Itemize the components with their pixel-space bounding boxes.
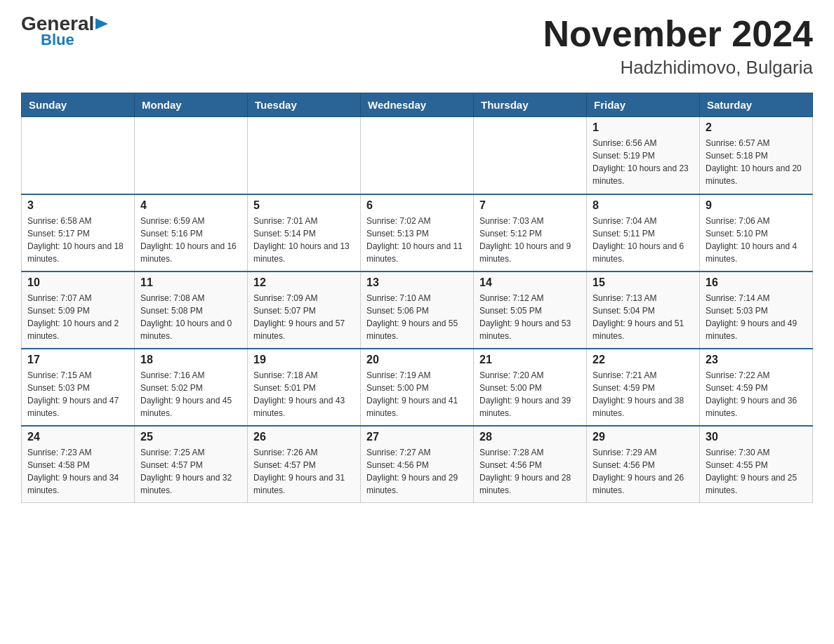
logo-blue-text: Blue xyxy=(41,31,74,49)
day-info: Sunrise: 7:16 AMSunset: 5:02 PMDaylight:… xyxy=(140,369,241,420)
col-tuesday: Tuesday xyxy=(248,93,361,117)
day-number: 11 xyxy=(140,276,241,289)
calendar-subtitle: Hadzhidimovo, Bulgaria xyxy=(543,57,813,79)
table-row: 16Sunrise: 7:14 AMSunset: 5:03 PMDayligh… xyxy=(700,271,813,349)
day-number: 2 xyxy=(706,121,807,134)
col-sunday: Sunday xyxy=(22,93,135,117)
table-row: 20Sunrise: 7:19 AMSunset: 5:00 PMDayligh… xyxy=(361,349,474,426)
table-row: 17Sunrise: 7:15 AMSunset: 5:03 PMDayligh… xyxy=(22,349,135,426)
day-number: 28 xyxy=(479,431,581,443)
col-saturday: Saturday xyxy=(700,93,813,117)
day-info: Sunrise: 7:09 AMSunset: 5:07 PMDaylight:… xyxy=(253,292,355,342)
calendar-title: November 2024 xyxy=(543,14,813,54)
table-row xyxy=(22,117,135,194)
table-row: 4Sunrise: 6:59 AMSunset: 5:16 PMDaylight… xyxy=(135,194,248,271)
day-info: Sunrise: 7:27 AMSunset: 4:56 PMDaylight:… xyxy=(366,446,468,497)
day-info: Sunrise: 7:26 AMSunset: 4:57 PMDaylight:… xyxy=(253,446,355,497)
calendar-week-5: 24Sunrise: 7:23 AMSunset: 4:58 PMDayligh… xyxy=(22,426,813,503)
day-number: 17 xyxy=(27,354,128,366)
page-header: General Blue November 2024 Hadzhidimovo,… xyxy=(21,14,813,79)
day-number: 3 xyxy=(27,199,128,212)
col-thursday: Thursday xyxy=(474,93,587,117)
table-row: 15Sunrise: 7:13 AMSunset: 5:04 PMDayligh… xyxy=(587,271,700,349)
day-info: Sunrise: 7:30 AMSunset: 4:55 PMDaylight:… xyxy=(706,446,807,497)
day-number: 23 xyxy=(706,354,807,366)
day-info: Sunrise: 6:57 AMSunset: 5:18 PMDaylight:… xyxy=(706,137,807,187)
day-info: Sunrise: 7:22 AMSunset: 4:59 PMDaylight:… xyxy=(706,369,807,420)
day-number: 27 xyxy=(366,431,468,443)
day-info: Sunrise: 7:10 AMSunset: 5:06 PMDaylight:… xyxy=(366,292,468,342)
day-number: 18 xyxy=(140,354,241,366)
calendar-week-3: 10Sunrise: 7:07 AMSunset: 5:09 PMDayligh… xyxy=(22,271,813,349)
day-info: Sunrise: 7:06 AMSunset: 5:10 PMDaylight:… xyxy=(706,215,807,265)
day-info: Sunrise: 7:18 AMSunset: 5:01 PMDaylight:… xyxy=(253,369,355,420)
table-row: 6Sunrise: 7:02 AMSunset: 5:13 PMDaylight… xyxy=(361,194,474,271)
day-number: 10 xyxy=(27,276,128,289)
day-info: Sunrise: 7:13 AMSunset: 5:04 PMDaylight:… xyxy=(593,292,694,342)
day-info: Sunrise: 7:03 AMSunset: 5:12 PMDaylight:… xyxy=(479,215,581,265)
table-row: 3Sunrise: 6:58 AMSunset: 5:17 PMDaylight… xyxy=(22,194,135,271)
day-number: 30 xyxy=(706,431,807,443)
table-row: 13Sunrise: 7:10 AMSunset: 5:06 PMDayligh… xyxy=(361,271,474,349)
day-number: 8 xyxy=(593,199,694,212)
table-row: 12Sunrise: 7:09 AMSunset: 5:07 PMDayligh… xyxy=(248,271,361,349)
day-info: Sunrise: 6:59 AMSunset: 5:16 PMDaylight:… xyxy=(140,215,241,265)
day-number: 22 xyxy=(593,354,694,366)
table-row: 26Sunrise: 7:26 AMSunset: 4:57 PMDayligh… xyxy=(248,426,361,503)
svg-marker-0 xyxy=(95,18,108,29)
table-row xyxy=(474,117,587,194)
day-info: Sunrise: 7:20 AMSunset: 5:00 PMDaylight:… xyxy=(479,369,581,420)
day-info: Sunrise: 7:29 AMSunset: 4:56 PMDaylight:… xyxy=(593,446,694,497)
table-row: 24Sunrise: 7:23 AMSunset: 4:58 PMDayligh… xyxy=(22,426,135,503)
table-row: 2Sunrise: 6:57 AMSunset: 5:18 PMDaylight… xyxy=(700,117,813,194)
day-number: 9 xyxy=(706,199,807,212)
table-row: 11Sunrise: 7:08 AMSunset: 5:08 PMDayligh… xyxy=(135,271,248,349)
day-number: 15 xyxy=(593,276,694,289)
day-info: Sunrise: 7:12 AMSunset: 5:05 PMDaylight:… xyxy=(479,292,581,342)
day-number: 20 xyxy=(366,354,468,366)
col-monday: Monday xyxy=(135,93,248,117)
calendar-week-4: 17Sunrise: 7:15 AMSunset: 5:03 PMDayligh… xyxy=(22,349,813,426)
day-number: 12 xyxy=(253,276,355,289)
logo-arrow-icon xyxy=(95,18,108,29)
day-number: 13 xyxy=(366,276,468,289)
table-row: 29Sunrise: 7:29 AMSunset: 4:56 PMDayligh… xyxy=(587,426,700,503)
day-info: Sunrise: 6:58 AMSunset: 5:17 PMDaylight:… xyxy=(27,215,128,265)
calendar-week-1: 1Sunrise: 6:56 AMSunset: 5:19 PMDaylight… xyxy=(22,117,813,194)
day-number: 25 xyxy=(140,431,241,443)
calendar-week-2: 3Sunrise: 6:58 AMSunset: 5:17 PMDaylight… xyxy=(22,194,813,271)
table-row: 22Sunrise: 7:21 AMSunset: 4:59 PMDayligh… xyxy=(587,349,700,426)
table-row: 30Sunrise: 7:30 AMSunset: 4:55 PMDayligh… xyxy=(700,426,813,503)
day-number: 26 xyxy=(253,431,355,443)
day-number: 7 xyxy=(479,199,581,212)
day-info: Sunrise: 7:15 AMSunset: 5:03 PMDaylight:… xyxy=(27,369,128,420)
day-info: Sunrise: 7:25 AMSunset: 4:57 PMDaylight:… xyxy=(140,446,241,497)
table-row: 27Sunrise: 7:27 AMSunset: 4:56 PMDayligh… xyxy=(361,426,474,503)
table-row xyxy=(248,117,361,194)
day-info: Sunrise: 7:08 AMSunset: 5:08 PMDaylight:… xyxy=(140,292,241,342)
table-row: 18Sunrise: 7:16 AMSunset: 5:02 PMDayligh… xyxy=(135,349,248,426)
day-info: Sunrise: 7:07 AMSunset: 5:09 PMDaylight:… xyxy=(27,292,128,342)
day-info: Sunrise: 7:14 AMSunset: 5:03 PMDaylight:… xyxy=(706,292,807,342)
calendar-table: Sunday Monday Tuesday Wednesday Thursday… xyxy=(21,93,813,503)
table-row: 5Sunrise: 7:01 AMSunset: 5:14 PMDaylight… xyxy=(248,194,361,271)
table-row: 23Sunrise: 7:22 AMSunset: 4:59 PMDayligh… xyxy=(700,349,813,426)
day-number: 29 xyxy=(593,431,694,443)
day-number: 24 xyxy=(27,431,128,443)
day-info: Sunrise: 7:21 AMSunset: 4:59 PMDaylight:… xyxy=(593,369,694,420)
table-row: 19Sunrise: 7:18 AMSunset: 5:01 PMDayligh… xyxy=(248,349,361,426)
table-row: 7Sunrise: 7:03 AMSunset: 5:12 PMDaylight… xyxy=(474,194,587,271)
day-info: Sunrise: 7:28 AMSunset: 4:56 PMDaylight:… xyxy=(479,446,581,497)
table-row: 8Sunrise: 7:04 AMSunset: 5:11 PMDaylight… xyxy=(587,194,700,271)
day-number: 16 xyxy=(706,276,807,289)
day-number: 14 xyxy=(479,276,581,289)
table-row: 9Sunrise: 7:06 AMSunset: 5:10 PMDaylight… xyxy=(700,194,813,271)
day-number: 1 xyxy=(593,121,694,134)
calendar-header-row: Sunday Monday Tuesday Wednesday Thursday… xyxy=(22,93,813,117)
day-number: 6 xyxy=(366,199,468,212)
day-info: Sunrise: 7:04 AMSunset: 5:11 PMDaylight:… xyxy=(593,215,694,265)
table-row: 14Sunrise: 7:12 AMSunset: 5:05 PMDayligh… xyxy=(474,271,587,349)
day-info: Sunrise: 7:02 AMSunset: 5:13 PMDaylight:… xyxy=(366,215,468,265)
day-info: Sunrise: 6:56 AMSunset: 5:19 PMDaylight:… xyxy=(593,137,694,187)
logo: General Blue xyxy=(21,14,108,49)
